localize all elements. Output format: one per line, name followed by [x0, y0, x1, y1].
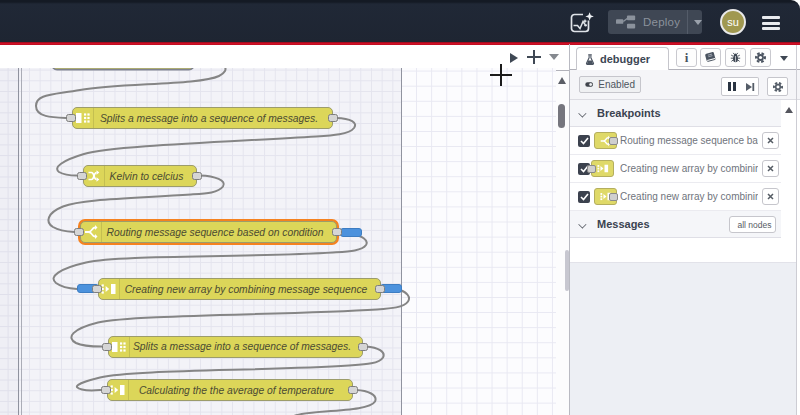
breakpoint-label: Creating new array by combining message …: [620, 183, 758, 211]
step-button[interactable]: [741, 77, 759, 96]
node-input-port[interactable]: [66, 114, 76, 122]
sidebar-menu-caret[interactable]: [780, 56, 788, 61]
node-label: Splits a message into a sequence of mess…: [94, 108, 332, 128]
config-tab-button[interactable]: [750, 48, 771, 67]
join-node-icon: [108, 380, 129, 400]
sidebar-empty-area: [570, 262, 796, 415]
export-flow-icon[interactable]: [570, 12, 592, 32]
node-output-port[interactable]: [375, 285, 385, 293]
tab-debugger[interactable]: debugger: [576, 47, 669, 70]
tab-debugger-label: debugger: [600, 53, 650, 65]
breakpoint-row[interactable]: Routing message sequence based on condit…: [570, 127, 781, 155]
help-tab-button[interactable]: [700, 48, 721, 67]
node-output-port[interactable]: [348, 386, 358, 394]
node-input-port[interactable]: [102, 343, 112, 351]
scroll-up-arrow-icon[interactable]: [558, 77, 566, 84]
deploy-label: Deploy: [643, 16, 680, 28]
canvas-scrollbar[interactable]: [556, 70, 570, 415]
user-avatar[interactable]: su: [720, 9, 746, 35]
flow-node[interactable]: Splits a message into a sequence of mess…: [72, 107, 333, 129]
node-red-editor: Deploy su: [0, 0, 800, 415]
switch-node-icon: [81, 222, 102, 242]
flow-node-breakpoint-highlighted[interactable]: Routing message sequence based on condit…: [80, 221, 337, 243]
messages-filter-label: all nodes: [737, 220, 771, 230]
section-breakpoints-title: Breakpoints: [597, 107, 661, 119]
flow-node[interactable]: Calculating the the average of temperatu…: [107, 379, 353, 401]
breakpoint-label: Routing message sequence based on condit…: [620, 127, 758, 155]
workspace-tab-bar: [0, 45, 570, 68]
debugger-enabled-toggle[interactable]: Enabled: [579, 76, 641, 93]
crosshair-cursor-v: [500, 64, 502, 86]
canvas-scrollbar-thumb[interactable]: [558, 104, 565, 128]
deploy-options-caret[interactable]: [694, 20, 702, 25]
deploy-icon: [616, 15, 636, 29]
flow-node[interactable]: Kelvin to celcius: [83, 165, 197, 187]
join-node-mini-icon: [591, 160, 623, 178]
debugger-settings-button[interactable]: [767, 77, 788, 96]
pause-button[interactable]: [721, 77, 742, 96]
remove-breakpoint-button[interactable]: [762, 160, 779, 177]
flow-node[interactable]: Creating new array by combining message …: [98, 278, 381, 300]
chevron-down-icon: [579, 110, 588, 116]
gear-icon: [754, 51, 767, 64]
messages-list: [570, 238, 781, 262]
node-input-port[interactable]: [92, 285, 102, 293]
avatar-initials: su: [727, 16, 739, 28]
node-output-port[interactable]: [192, 172, 202, 180]
gear-icon: [772, 81, 784, 93]
node-input-port[interactable]: [101, 386, 111, 394]
flask-icon: [585, 54, 595, 65]
offscreen-node: [52, 68, 194, 70]
breakpoint-marker-output[interactable]: [340, 228, 362, 237]
breakpoint-label: Creating new array by combining message …: [620, 155, 758, 183]
header: Deploy su: [0, 0, 800, 42]
split-node-icon: [109, 337, 130, 357]
main-menu-icon[interactable]: [762, 16, 780, 30]
debugger-toolbar: Enabled: [570, 70, 800, 100]
node-label: Calculating the the average of temperatu…: [129, 380, 352, 400]
join-node-icon: [99, 279, 120, 299]
bug-icon: [729, 51, 742, 64]
node-output-port[interactable]: [328, 114, 338, 122]
info-icon: i: [685, 51, 689, 64]
node-output-port[interactable]: [332, 228, 342, 236]
split-node-icon: [73, 108, 94, 128]
breakpoint-row[interactable]: Creating new array by combining message …: [570, 155, 781, 183]
section-messages[interactable]: Messages all nodes: [570, 211, 781, 238]
messages-filter-button[interactable]: all nodes: [729, 216, 776, 233]
add-flow-button[interactable]: [527, 50, 541, 64]
chevron-down-icon: [579, 221, 588, 227]
change-node-icon: [84, 166, 105, 186]
sidebar-right-border: [796, 45, 797, 415]
flow-list-caret[interactable]: [549, 54, 559, 60]
deploy-button[interactable]: Deploy: [608, 10, 702, 34]
section-messages-title: Messages: [597, 218, 650, 230]
remove-breakpoint-button[interactable]: [762, 132, 779, 149]
node-label: Kelvin to celcius: [105, 166, 196, 186]
debug-tab-button[interactable]: [725, 48, 746, 67]
node-input-port[interactable]: [77, 172, 87, 180]
breakpoint-checkbox[interactable]: [578, 135, 590, 147]
book-icon: [704, 51, 717, 64]
toggle-icon: [585, 80, 593, 89]
node-output-port[interactable]: [358, 343, 368, 351]
section-breakpoints[interactable]: Breakpoints: [570, 100, 781, 127]
flow-canvas[interactable]: Splits a message into a sequence of mess…: [0, 68, 556, 415]
sections-scrollbar[interactable]: [781, 100, 796, 262]
remove-breakpoint-button[interactable]: [762, 188, 779, 205]
breakpoint-checkbox[interactable]: [578, 191, 590, 203]
node-label: Splits a message into a sequence of mess…: [130, 337, 362, 357]
close-icon: [767, 137, 774, 144]
scroll-up-arrow-icon[interactable]: [785, 107, 793, 113]
step-icon: [745, 82, 755, 92]
info-tab-button[interactable]: i: [676, 48, 697, 67]
node-label: Creating new array by combining message …: [120, 279, 380, 299]
breakpoint-row[interactable]: Creating new array by combining message …: [570, 183, 781, 211]
debug-sidebar: debugger i: [570, 45, 800, 415]
flow-node[interactable]: Splits a message into a sequence of mess…: [108, 336, 363, 358]
close-icon: [767, 165, 774, 172]
enabled-label: Enabled: [598, 79, 635, 90]
scroll-tabs-right-icon[interactable]: [510, 53, 518, 63]
node-label: Routing message sequence based on condit…: [102, 222, 336, 242]
node-input-port[interactable]: [74, 228, 84, 236]
